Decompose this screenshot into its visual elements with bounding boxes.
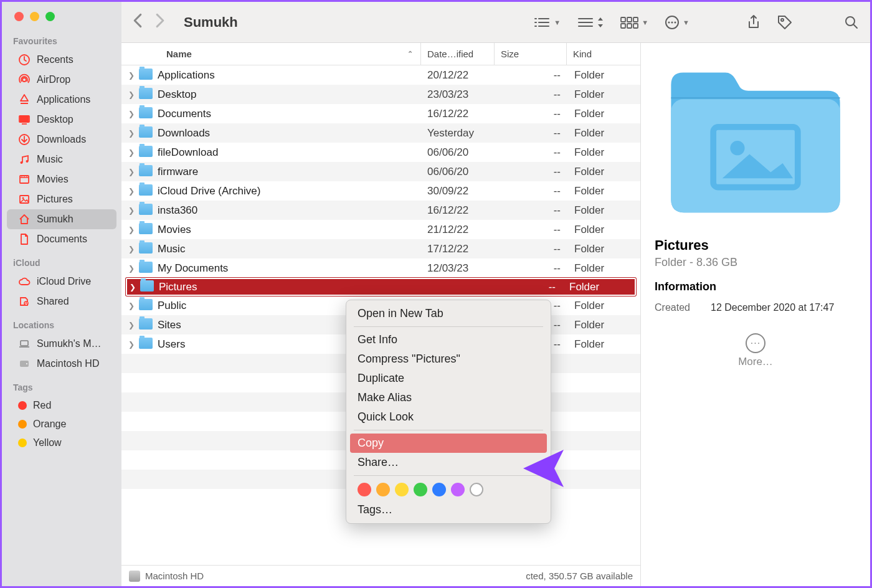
file-name: fileDownload [158,146,421,159]
folder-icon [139,223,153,237]
file-row[interactable]: ❯ Pictures -- Folder [125,277,637,296]
context-menu-get-info[interactable]: Get Info [346,330,551,349]
context-menu-quick-look[interactable]: Quick Look [346,407,551,427]
sidebar-item-airdrop[interactable]: AirDrop [7,70,116,90]
forward-button[interactable] [155,13,165,31]
file-kind: Folder [568,166,640,178]
sidebar-tag-red[interactable]: Red [7,396,116,415]
sidebar-item-icloud-drive[interactable]: iCloud Drive [7,272,116,292]
file-row[interactable]: ❯ insta360 16/12/22 -- Folder [121,201,640,220]
sidebar-item-label: Desktop [37,114,73,125]
context-menu-make-alias[interactable]: Make Alias [346,388,551,407]
file-row[interactable]: ❯ Movies 21/12/22 -- Folder [121,220,640,239]
file-name: Applications [158,69,421,82]
file-row[interactable]: ❯ Documents 16/12/22 -- Folder [121,104,640,123]
disclosure-triangle-icon[interactable]: ❯ [125,301,138,310]
more-label[interactable]: More… [655,356,856,368]
disclosure-triangle-icon[interactable]: ❯ [126,283,139,292]
sidebar-item-music[interactable]: Music [7,149,116,169]
file-date: 17/12/22 [421,243,495,255]
context-menu-duplicate[interactable]: Duplicate [346,369,551,388]
path-segment[interactable]: Macintosh HD [145,571,204,581]
view-gallery-button[interactable]: ▼ [620,16,648,29]
action-menu-button[interactable]: ▼ [665,15,690,30]
movies-icon [18,173,31,186]
sidebar-item-shared[interactable]: Shared [7,292,116,311]
svg-rect-30 [621,17,625,22]
column-size[interactable]: Size [495,43,567,65]
tag-color-swatch[interactable] [432,483,446,496]
disclosure-triangle-icon[interactable]: ❯ [125,245,138,254]
sidebar-tag-orange[interactable]: Orange [7,415,116,434]
disclosure-triangle-icon[interactable]: ❯ [125,129,138,138]
file-name: Documents [158,108,421,120]
sidebar-item-macintosh-hd[interactable]: Macintosh HD [7,354,116,374]
sidebar-item-label: Sumukh [37,214,73,225]
disclosure-triangle-icon[interactable]: ❯ [125,168,138,176]
more-icon[interactable]: ··· [746,333,765,353]
file-row[interactable]: ❯ fileDownload 06/06/20 -- Folder [121,143,640,162]
file-kind: Folder [568,108,640,120]
folder-icon [139,88,153,102]
context-menu-open-in-new-tab[interactable]: Open in New Tab [346,304,551,323]
disclosure-triangle-icon[interactable]: ❯ [125,90,138,99]
file-row[interactable]: ❯ Downloads Yesterday -- Folder [121,123,640,143]
tag-color-none[interactable] [470,483,483,496]
back-button[interactable] [133,13,143,31]
sidebar-item-sumukh[interactable]: Sumukh [7,209,116,229]
tag-color-swatch[interactable] [376,483,390,496]
apps-icon [18,93,31,106]
sidebar-item-applications[interactable]: Applications [7,90,116,110]
preview-folder-icon [659,58,852,226]
context-menu-copy[interactable]: Copy [350,434,547,453]
menu-separator [354,326,543,327]
sidebar-item-sumukh-s-m-[interactable]: Sumukh's M… [7,334,116,354]
disclosure-triangle-icon[interactable]: ❯ [125,148,138,157]
file-size: -- [490,281,563,293]
svg-point-45 [730,141,744,155]
disclosure-triangle-icon[interactable]: ❯ [125,225,138,234]
sidebar-item-recents[interactable]: Recents [7,50,116,70]
context-menu-share[interactable]: Share… [346,453,551,472]
sidebar-item-downloads[interactable]: Downloads [7,130,116,149]
disclosure-triangle-icon[interactable]: ❯ [125,187,138,196]
disclosure-triangle-icon[interactable]: ❯ [125,71,138,80]
group-by-button[interactable] [577,16,604,29]
disclosure-triangle-icon[interactable]: ❯ [125,264,138,273]
close-window-button[interactable] [14,12,24,21]
sidebar-item-movies[interactable]: Movies [7,169,116,189]
disclosure-triangle-icon[interactable]: ❯ [125,110,138,118]
disclosure-triangle-icon[interactable]: ❯ [125,321,138,330]
share-button[interactable] [747,14,761,31]
file-row[interactable]: ❯ iCloud Drive (Archive) 30/09/22 -- Fol… [121,181,640,201]
zoom-window-button[interactable] [45,12,55,21]
tag-dot-icon [18,420,27,429]
sidebar-item-desktop[interactable]: Desktop [7,110,116,130]
sidebar-item-pictures[interactable]: Pictures [7,189,116,209]
tags-button[interactable] [777,14,793,31]
tag-color-swatch[interactable] [358,483,371,496]
column-headers: Name⌃ Date…ified Size Kind [121,43,640,65]
column-kind[interactable]: Kind [567,43,640,65]
context-menu-compress-pictures[interactable]: Compress "Pictures" [346,349,551,369]
minimize-window-button[interactable] [30,12,39,21]
tag-color-swatch[interactable] [451,483,465,496]
file-row[interactable]: ❯ Music 17/12/22 -- Folder [121,239,640,258]
file-row[interactable]: ❯ My Documents 12/03/23 -- Folder [121,258,640,278]
view-list-button[interactable]: ▼ [533,16,561,29]
tag-color-swatch[interactable] [395,483,409,496]
desktop-icon [18,113,31,126]
tag-color-swatch[interactable] [414,483,427,496]
sidebar-tag-yellow[interactable]: Yellow [7,434,116,452]
file-row[interactable]: ❯ firmware 06/06/20 -- Folder [121,162,640,181]
file-row[interactable]: ❯ Applications 20/12/22 -- Folder [121,65,640,85]
column-date[interactable]: Date…ified [421,43,495,65]
file-row[interactable]: ❯ Desktop 23/03/23 -- Folder [121,85,640,104]
sidebar-item-documents[interactable]: Documents [7,229,116,249]
disclosure-triangle-icon[interactable]: ❯ [125,206,138,215]
sidebar-heading-icloud: iCloud [2,258,121,272]
column-name[interactable]: Name⌃ [160,43,421,65]
disclosure-triangle-icon[interactable]: ❯ [125,340,138,349]
context-menu-tags[interactable]: Tags… [346,500,551,519]
search-button[interactable] [844,15,859,30]
